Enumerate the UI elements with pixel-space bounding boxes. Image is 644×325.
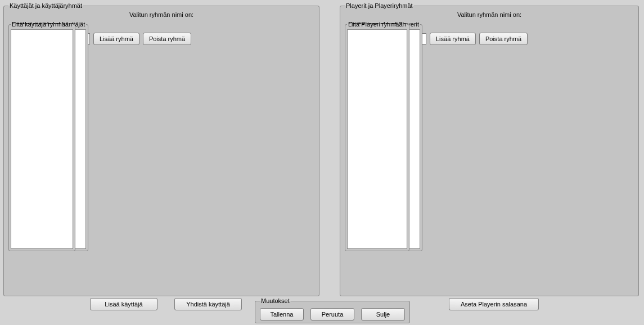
right-add-group-button[interactable]: Lisää ryhmä [430, 33, 476, 45]
left-add-group-button[interactable]: Lisää ryhmä [93, 33, 139, 45]
left-remove-group-button[interactable]: Poista ryhmä [143, 33, 191, 45]
save-button[interactable]: Tallenna [260, 308, 304, 320]
connect-user-button[interactable]: Yhdistä käyttäjä [174, 298, 242, 310]
right-attach-listbox[interactable] [347, 29, 407, 249]
players-groups-panel: Playerit ja Playeriryhmät Valitun ryhmän… [340, 2, 639, 296]
set-player-password-button[interactable]: Aseta Playerin salasana [449, 298, 539, 310]
right-attach-legend: Liitä Playeri ryhmään [347, 21, 407, 28]
right-remove-group-button[interactable]: Poista ryhmä [479, 33, 528, 45]
users-groups-panel: Käyttäjät ja käyttäjäryhmät Valitun ryhm… [3, 2, 319, 296]
right-attach-player-fs: Liitä Playeri ryhmään [345, 21, 409, 251]
changes-legend: Muutokset [260, 297, 291, 304]
left-attach-legend: Liitä käyttäjä ryhmään [11, 21, 73, 28]
selected-group-name-label-left: Valitun ryhmän nimi on: [8, 11, 314, 19]
selected-group-name-label-right: Valitun ryhmän nimi on: [345, 11, 634, 19]
add-user-button[interactable]: Lisää käyttäjä [90, 298, 157, 310]
users-groups-legend: Käyttäjät ja käyttäjäryhmät [8, 2, 83, 9]
left-attach-listbox[interactable] [11, 29, 73, 249]
close-button[interactable]: Sulje [361, 308, 405, 320]
players-groups-legend: Playerit ja Playeriryhmät [345, 2, 414, 9]
changes-panel: Muutokset Tallenna Peruuta Sulje [255, 297, 410, 323]
cancel-button[interactable]: Peruuta [310, 308, 354, 320]
left-attach-user-fs: Liitä käyttäjä ryhmään [8, 21, 75, 251]
